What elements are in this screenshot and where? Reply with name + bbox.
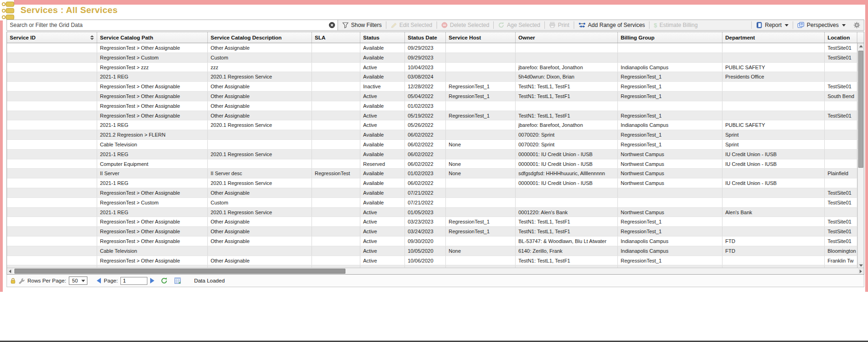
- table-cell: 0000001: IU Credit Union - IUSB: [516, 159, 618, 169]
- scroll-up-button[interactable]: [858, 43, 864, 49]
- column-header-service-catalog-description[interactable]: Service Catalog Description: [208, 32, 312, 43]
- table-cell: [446, 120, 516, 130]
- column-header-status-date[interactable]: Status Date: [405, 32, 446, 43]
- column-header-service-id[interactable]: Service ID: [7, 32, 97, 43]
- chevron-down-icon: [81, 280, 85, 282]
- table-row[interactable]: RegressionTest > zzzzzzActive10/04/2023j…: [7, 63, 857, 72]
- refresh-button[interactable]: [161, 277, 168, 284]
- table-cell: Cable Television: [97, 246, 208, 256]
- column-header-service-host[interactable]: Service Host: [446, 32, 516, 43]
- delete-selected-button[interactable]: Delete Selected: [437, 20, 494, 30]
- table-cell: RegressionTest_1: [446, 92, 516, 101]
- sort-icon[interactable]: [90, 35, 94, 40]
- table-cell: 01/02/2023: [405, 169, 446, 178]
- page-label: Page:: [104, 278, 118, 283]
- table-cell: Other Assignable: [208, 43, 312, 53]
- clear-search-icon[interactable]: [329, 22, 335, 28]
- table-cell: Available: [360, 188, 405, 197]
- search-input[interactable]: [7, 20, 338, 30]
- column-header-location[interactable]: Location: [825, 32, 857, 43]
- table-row[interactable]: RegressionTest > Other AssignableOther A…: [7, 101, 857, 111]
- table-row[interactable]: 2021-1 REG2020.1 Regression ServiceAvail…: [7, 72, 857, 82]
- table-row[interactable]: RegressionTest > Other AssignableOther A…: [7, 217, 857, 227]
- table-cell: RegressionTest > Other Assignable: [97, 217, 208, 226]
- settings-gear-button[interactable]: [850, 22, 864, 28]
- table-cell: [7, 227, 97, 236]
- table-cell: [722, 227, 825, 236]
- page-input[interactable]: [120, 277, 147, 285]
- table-row[interactable]: 2021.2 Regression > FLERNAvailable06/02/…: [7, 130, 857, 140]
- table-row[interactable]: II ServerII Server descRegressionTestAva…: [7, 169, 857, 178]
- table-cell: [312, 72, 360, 81]
- table-row[interactable]: RegressionTest > Other AssignableOther A…: [7, 188, 857, 198]
- table-cell: Active: [360, 111, 405, 120]
- table-cell: 05/26/2022: [405, 120, 446, 130]
- rows-per-page-select[interactable]: 50: [69, 276, 87, 285]
- column-header-service-catalog-path[interactable]: Service Catalog Path: [97, 32, 208, 43]
- scroll-left-button[interactable]: [7, 268, 13, 274]
- perspectives-dropdown[interactable]: Perspectives: [793, 20, 850, 30]
- column-header-sla[interactable]: SLA: [312, 32, 360, 43]
- table-cell: [7, 43, 97, 53]
- table-cell: IU Credit Union - IUSB: [722, 159, 825, 169]
- table-row[interactable]: RegressionTest > CustomCustomAvailable09…: [7, 53, 857, 63]
- table-cell: PUBLIC SAFETY: [722, 120, 825, 130]
- table-row[interactable]: Computer EquipmentReserved06/02/2022None…: [7, 159, 857, 169]
- table-cell: [7, 217, 97, 226]
- table-row[interactable]: RegressionTest > Other AssignableOther A…: [7, 227, 857, 237]
- table-row[interactable]: 2021-1 REG2020.1 Regression ServiceAvail…: [7, 178, 857, 188]
- table-cell: [446, 208, 516, 217]
- table-cell: 2021-1 REG: [97, 178, 208, 188]
- table-row[interactable]: 2021-1 REG2020.1 Regression ServiceAvail…: [7, 150, 857, 159]
- vertical-scrollbar[interactable]: [857, 43, 864, 269]
- table-cell: [312, 53, 360, 62]
- table-row[interactable]: RegressionTest > Other AssignableOther A…: [7, 82, 857, 92]
- table-cell: 06/02/2022: [405, 150, 446, 159]
- table-cell: [7, 256, 97, 265]
- table-cell: TestSite01: [825, 43, 857, 53]
- table-cell: 06/02/2022: [405, 140, 446, 149]
- table-cell: Computer Equipment: [97, 159, 208, 169]
- table-cell: [7, 120, 97, 130]
- table-row[interactable]: RegressionTest > Other AssignableOther A…: [7, 92, 857, 101]
- previous-page-button[interactable]: [97, 278, 101, 283]
- table-row[interactable]: 2021-1 REG2020.1 Regression ServiceActiv…: [7, 208, 857, 217]
- add-range-of-services-button[interactable]: Add Range of Services: [574, 20, 649, 30]
- wrench-icon[interactable]: [19, 278, 25, 284]
- table-cell: [722, 101, 825, 111]
- table-row[interactable]: RegressionTest > CustomCustomAvailable07…: [7, 198, 857, 208]
- horizontal-scrollbar[interactable]: [7, 268, 864, 274]
- edit-selected-button[interactable]: Edit Selected: [386, 20, 437, 30]
- table-row[interactable]: RegressionTest > Other AssignableOther A…: [7, 256, 857, 266]
- report-dropdown[interactable]: Report: [752, 20, 793, 30]
- table-row[interactable]: RegressionTest > Other AssignableOther A…: [7, 237, 857, 246]
- table-cell: [312, 217, 360, 226]
- table-row[interactable]: Cable TelevisionActive10/05/2020None6140…: [7, 246, 857, 256]
- window-right-edge: [865, 5, 868, 292]
- print-button[interactable]: Print: [545, 20, 574, 30]
- age-selected-button[interactable]: Age Selected: [494, 20, 544, 30]
- table-cell: BL-53747: & Woodlawn, Blu Lt Atwater: [516, 237, 618, 246]
- scroll-right-button[interactable]: [858, 268, 864, 274]
- table-row[interactable]: Cable TelevisionAvailable06/02/2022None0…: [7, 140, 857, 150]
- table-row[interactable]: RegressionTest > Other AssignableOther A…: [7, 43, 857, 53]
- show-filters-button[interactable]: Show Filters: [338, 20, 386, 30]
- estimate-billing-button[interactable]: $ Estimate Billing: [649, 20, 702, 30]
- vertical-scroll-thumb[interactable]: [858, 51, 863, 168]
- lock-icon[interactable]: [10, 278, 16, 284]
- horizontal-scroll-thumb[interactable]: [14, 269, 345, 274]
- table-cell: [7, 150, 97, 159]
- next-page-button[interactable]: [150, 278, 154, 283]
- column-header-status[interactable]: Status: [360, 32, 405, 43]
- table-cell: Northwest Campus: [618, 178, 722, 188]
- minus-circle-icon: [441, 22, 448, 28]
- table-cell: [825, 208, 857, 217]
- table-row[interactable]: RegressionTest > Other AssignableOther A…: [7, 111, 857, 121]
- column-header-owner[interactable]: Owner: [516, 32, 618, 43]
- column-header-department[interactable]: Department: [722, 32, 825, 43]
- table-row[interactable]: 2021-1 REG2020.1 Regression ServiceActiv…: [7, 120, 857, 130]
- table-cell: [7, 178, 97, 188]
- table-cell: 2021-1 REG: [97, 208, 208, 217]
- export-button[interactable]: [174, 277, 181, 284]
- column-header-billing-group[interactable]: Billing Group: [618, 32, 722, 43]
